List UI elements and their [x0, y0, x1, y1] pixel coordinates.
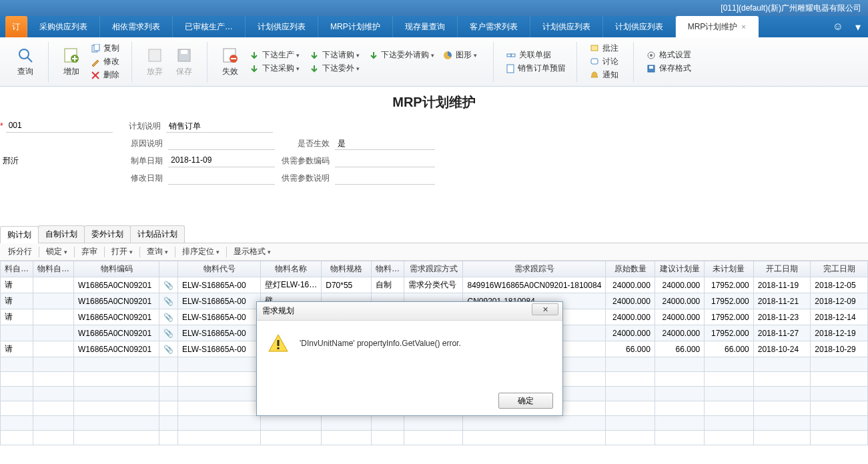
col-h13[interactable]: 开工日期 — [753, 261, 811, 277]
svg-rect-27 — [278, 347, 280, 349]
approve-button[interactable]: 批注 — [585, 42, 625, 55]
add-button[interactable]: 增加 — [57, 42, 86, 82]
col-h10[interactable]: 原始数量 — [606, 261, 655, 277]
chat-icon — [589, 57, 600, 67]
tab-active[interactable]: MRP计划维护× — [676, 16, 759, 37]
issue-req-button[interactable]: 下达请购▾ — [305, 49, 365, 62]
table-row[interactable]: 请W16865A0CN09201📎ELW-S16865A-00壁灯ELW-16…… — [1, 277, 868, 293]
lock-button[interactable]: 锁定▾ — [42, 245, 71, 259]
col-h8[interactable]: 需求跟踪方式 — [404, 261, 463, 277]
arrow-down-icon — [309, 50, 320, 61]
tab-home[interactable]: 订 — [5, 16, 27, 37]
close-icon[interactable]: × — [741, 23, 745, 31]
pencil-icon — [90, 57, 101, 67]
chevron-down-icon: ▾ — [356, 65, 360, 72]
bell-icon — [589, 70, 600, 81]
sub-tab-1[interactable]: 自制计划 — [38, 225, 85, 243]
gear-icon — [646, 50, 657, 61]
col-h7[interactable]: 物料… — [371, 261, 404, 277]
issue-outsource-button[interactable]: 下达委外▾ — [305, 62, 365, 75]
grid-header-row: 料自… 物料自… 物料编码 物料代号 物料名称 物料规格 物料… 需求跟踪方式 … — [1, 261, 868, 277]
sub-tab-3[interactable]: 计划品计划 — [130, 225, 185, 243]
plan-desc-field[interactable]: 销售订单 — [166, 119, 273, 133]
delete-icon — [90, 70, 101, 81]
col-h4[interactable]: 物料代号 — [178, 261, 261, 277]
param-desc-field[interactable] — [335, 171, 435, 185]
arrow-down-icon — [249, 63, 260, 74]
tab-6[interactable]: 客户需求列表 — [458, 16, 530, 37]
table-row[interactable] — [1, 416, 868, 431]
chevron-down-icon: ▾ — [356, 52, 360, 59]
grid-toolbar: 拆分行 锁定▾ 弃审 打开▾ 查询▾ 排序定位▾ 显示格式▾ — [0, 243, 868, 261]
sales-preview-button[interactable]: 销售订单预留 — [502, 62, 568, 75]
fmt-set-button[interactable]: 格式设置 — [642, 49, 695, 62]
col-h14[interactable]: 完工日期 — [811, 261, 868, 277]
code-field[interactable]: 001 — [6, 119, 113, 133]
col-h5[interactable]: 物料名称 — [261, 261, 322, 277]
copy-button[interactable]: 复制 — [86, 42, 123, 55]
svg-rect-17 — [507, 54, 511, 57]
tab-8[interactable]: 计划供应列表 — [603, 16, 676, 37]
tab-2[interactable]: 已审核生产… — [173, 16, 246, 37]
col-clip[interactable] — [159, 261, 178, 277]
create-date-field[interactable]: 2018-11-09 — [168, 154, 275, 167]
param-code-field[interactable] — [335, 154, 435, 167]
invalid-button[interactable]: 失效 — [215, 42, 245, 82]
display-fmt-button[interactable]: 显示格式▾ — [230, 245, 275, 259]
modify-date-field[interactable] — [168, 171, 275, 185]
fmt-save-button[interactable]: 保存格式 — [642, 62, 695, 75]
dialog-title: 需求规划 — [262, 305, 294, 317]
col-h9[interactable]: 需求跟踪号 — [463, 261, 606, 277]
notify-button[interactable]: 通知 — [585, 69, 625, 82]
delete-button[interactable]: 删除 — [86, 69, 123, 82]
effective-field[interactable]: 是 — [335, 137, 435, 150]
col-h2[interactable]: 物料编码 — [74, 261, 159, 277]
tab-7[interactable]: 计划供应列表 — [530, 16, 603, 37]
sub-tab-2[interactable]: 委外计划 — [84, 225, 131, 243]
discard-audit-button[interactable]: 弃审 — [77, 245, 101, 259]
tab-3[interactable]: 计划供应列表 — [246, 16, 318, 37]
svg-rect-26 — [278, 340, 280, 346]
save-button[interactable]: 保存 — [169, 42, 199, 82]
sub-tab-0[interactable]: 购计划 — [0, 226, 39, 243]
issue-out-button[interactable]: 下达委外请购▾ — [365, 49, 438, 62]
tab-0[interactable]: 采购供应列表 — [27, 16, 100, 37]
col-h1[interactable]: 物料自… — [33, 261, 74, 277]
col-h11[interactable]: 建议计划量 — [655, 261, 704, 277]
col-h0[interactable]: 料自… — [1, 261, 33, 277]
split-button[interactable]: 拆分行 — [4, 245, 36, 259]
col-h12[interactable]: 未计划量 — [705, 261, 754, 277]
query-button[interactable]: 查询 — [11, 42, 40, 82]
reason-label: 原因说明 — [128, 138, 168, 149]
dialog-message: 'DInvUnitName' propertyInfo.GetValue() e… — [300, 339, 461, 348]
discard-button[interactable]: 放弃 — [140, 42, 169, 82]
dialog-close-button[interactable]: ✕ — [532, 303, 558, 315]
issue-prod-button[interactable]: 下达生产▾ — [245, 49, 305, 62]
issue-purch-button[interactable]: 下达采购▾ — [245, 62, 305, 75]
open-button[interactable]: 打开▾ — [107, 245, 137, 259]
search-icon — [16, 46, 35, 65]
svg-rect-21 — [591, 59, 598, 64]
sort-button[interactable]: 排序定位▾ — [178, 245, 224, 259]
table-row[interactable] — [1, 431, 868, 445]
svg-point-0 — [19, 49, 29, 59]
chevron-down-icon: ▾ — [296, 65, 300, 72]
col-h6[interactable]: 物料规格 — [322, 261, 372, 277]
doc-icon — [506, 63, 515, 74]
invalid-icon — [221, 46, 240, 65]
arrow-down-icon — [309, 63, 320, 74]
link-doc-button[interactable]: 关联单据 — [502, 49, 568, 62]
discard-icon — [145, 46, 164, 65]
chart-button[interactable]: 图形▾ — [438, 49, 485, 62]
tab-1[interactable]: 相依需求列表 — [100, 16, 173, 37]
tab-5[interactable]: 现存量查询 — [393, 16, 458, 37]
svg-line-1 — [27, 57, 32, 62]
chevron-down-icon[interactable]: ▾ — [848, 16, 868, 37]
modify-button[interactable]: 修改 — [86, 55, 123, 69]
grid-query-button[interactable]: 查询▾ — [143, 245, 172, 259]
reason-field[interactable] — [168, 137, 275, 150]
discuss-button[interactable]: 讨论 — [585, 55, 625, 69]
tab-4[interactable]: MRP计划维护 — [318, 16, 393, 37]
smiley-icon[interactable]: ☺ — [828, 16, 848, 37]
dialog-ok-button[interactable]: 确定 — [498, 393, 553, 409]
